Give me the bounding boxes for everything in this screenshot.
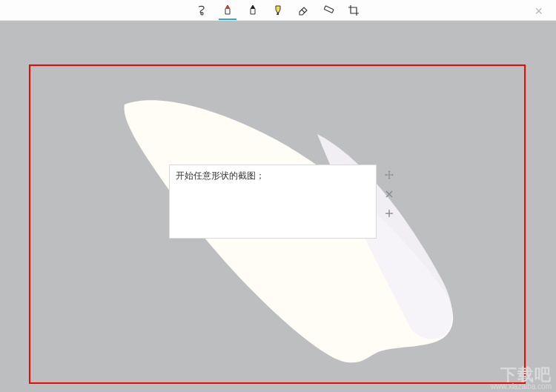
- freeform-snip-button[interactable]: [195, 1, 210, 20]
- crop-button[interactable]: [346, 1, 361, 20]
- pen-black-icon: [248, 4, 258, 16]
- ruler-button[interactable]: [321, 1, 336, 20]
- watermark: 下载吧 www.xiazaiba.com: [491, 367, 552, 391]
- pen-black-button[interactable]: [245, 1, 260, 20]
- annotation-box[interactable]: 开始任意形状的截图；: [169, 165, 377, 239]
- toolbar: ×: [0, 0, 556, 21]
- highlighter-icon: [273, 4, 283, 16]
- svg-point-0: [201, 12, 203, 14]
- annotation-handles: [384, 170, 394, 219]
- move-handle[interactable]: [384, 170, 394, 180]
- delete-handle[interactable]: [384, 189, 394, 199]
- plus-icon: [385, 210, 393, 217]
- pen-red-icon: [222, 4, 233, 16]
- watermark-url: www.xiazaiba.com: [491, 383, 552, 391]
- annotation-text: 开始任意形状的截图；: [170, 165, 376, 187]
- freeform-snip-icon: [196, 4, 208, 16]
- eraser-button[interactable]: [296, 1, 311, 20]
- toolbar-tools: [195, 0, 361, 20]
- close-button[interactable]: ×: [535, 4, 543, 18]
- ruler-icon: [322, 4, 334, 16]
- close-icon: [385, 190, 393, 198]
- add-handle[interactable]: [384, 208, 394, 219]
- svg-line-1: [302, 10, 305, 13]
- svg-rect-2: [324, 5, 334, 13]
- pen-red-button[interactable]: [220, 1, 235, 20]
- crop-icon: [348, 4, 360, 16]
- highlighter-button[interactable]: [271, 1, 285, 20]
- canvas-area[interactable]: 开始任意形状的截图；: [0, 21, 556, 392]
- move-icon: [385, 170, 394, 179]
- watermark-text: 下载吧: [491, 367, 552, 383]
- eraser-icon: [297, 4, 309, 16]
